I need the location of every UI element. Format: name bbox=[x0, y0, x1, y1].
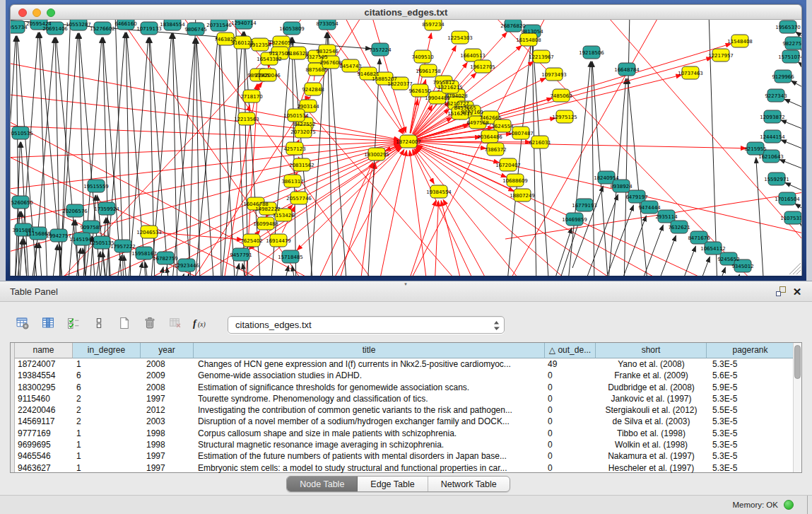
cell-short[interactable]: Jankovic et al. (1997) bbox=[596, 393, 707, 404]
cell-out_degree[interactable]: 0 bbox=[545, 462, 596, 474]
cell-title[interactable]: Structural magnetic resonance image aver… bbox=[194, 439, 545, 450]
cell-name[interactable]: 9115460 bbox=[15, 393, 73, 404]
table-selector-combobox[interactable]: citations_edges.txt bbox=[228, 316, 505, 334]
network-window-titlebar[interactable]: citations_edges.txt bbox=[10, 4, 802, 20]
cell-short[interactable]: Nakamura et al. (1997) bbox=[596, 450, 707, 462]
cell-in_degree[interactable]: 1 bbox=[73, 428, 141, 439]
cell-pagerank[interactable]: 5.6E-5 bbox=[707, 370, 794, 381]
table-row[interactable]: 946362711997Embryonic stem cells: a mode… bbox=[15, 462, 794, 474]
cell-title[interactable]: Embryonic stem cells: a model to study s… bbox=[194, 462, 545, 474]
cell-year[interactable]: 2008 bbox=[141, 358, 194, 370]
column-header-pagerank[interactable]: pagerank bbox=[707, 343, 794, 358]
cell-name[interactable]: 9463627 bbox=[15, 462, 73, 474]
table-settings-button[interactable] bbox=[13, 315, 33, 334]
cell-in_degree[interactable]: 1 bbox=[73, 450, 141, 462]
table-row[interactable]: 946554611997Estimation of the future num… bbox=[15, 450, 794, 462]
table-row[interactable]: 2242004622012Investigating the contribut… bbox=[15, 404, 794, 416]
cell-pagerank[interactable]: 5.3E-5 bbox=[707, 393, 794, 404]
cell-year[interactable]: 2008 bbox=[141, 382, 194, 393]
cell-name[interactable]: 19384554 bbox=[15, 370, 73, 381]
table-row[interactable]: 1938455462009Genome-wide association stu… bbox=[15, 370, 794, 381]
table-row[interactable]: 1456911722003Disruption of a novel membe… bbox=[15, 416, 794, 427]
tab-node-table[interactable]: Node Table bbox=[287, 477, 358, 491]
table-row[interactable]: 969969511998Structural magnetic resonanc… bbox=[15, 439, 794, 450]
function-builder-button[interactable]: f(x) bbox=[191, 315, 211, 334]
cell-year[interactable]: 1997 bbox=[141, 462, 194, 474]
cell-short[interactable]: Dudbridge et al. (2008) bbox=[596, 382, 707, 393]
cell-title[interactable]: Estimation of significance thresholds fo… bbox=[194, 382, 545, 393]
column-header-short[interactable]: short bbox=[596, 343, 707, 358]
row-height-button[interactable] bbox=[89, 315, 109, 334]
column-header-out_degree[interactable]: △ out_de... bbox=[545, 343, 596, 358]
cell-name[interactable]: 9699695 bbox=[15, 439, 73, 450]
cell-title[interactable]: Changes of HCN gene expression and I(f) … bbox=[194, 358, 545, 370]
cell-title[interactable]: Tourette syndrome. Phenomenology and cla… bbox=[194, 393, 545, 404]
cell-year[interactable]: 1998 bbox=[141, 439, 194, 450]
cell-year[interactable]: 1997 bbox=[141, 450, 194, 462]
cell-out_degree[interactable]: 0 bbox=[545, 393, 596, 404]
cell-short[interactable]: Tibbo et al. (1998) bbox=[596, 428, 707, 439]
cell-year[interactable]: 2003 bbox=[141, 416, 194, 427]
cell-in_degree[interactable]: 1 bbox=[73, 358, 141, 370]
table-vertical-scrollbar[interactable] bbox=[793, 343, 801, 472]
cell-out_degree[interactable]: 0 bbox=[545, 439, 596, 450]
cell-out_degree[interactable]: 0 bbox=[545, 416, 596, 427]
window-resize-grip-icon[interactable] bbox=[796, 270, 801, 274]
cell-pagerank[interactable]: 5.9E-5 bbox=[707, 382, 794, 393]
select-rows-button[interactable] bbox=[64, 315, 83, 334]
cell-title[interactable]: Estimation of the future numbers of pati… bbox=[194, 450, 545, 462]
tab-network-table[interactable]: Network Table bbox=[428, 477, 510, 491]
panel-drag-handle[interactable]: ▾ bbox=[401, 282, 411, 286]
tab-edge-table[interactable]: Edge Table bbox=[358, 477, 428, 491]
new-document-button[interactable] bbox=[114, 315, 134, 334]
cell-year[interactable]: 1998 bbox=[141, 428, 194, 439]
cell-pagerank[interactable]: 5.3E-5 bbox=[707, 439, 794, 450]
cell-in_degree[interactable]: 6 bbox=[73, 382, 141, 393]
cell-in_degree[interactable]: 6 bbox=[73, 370, 141, 381]
cell-short[interactable]: Yano et al. (2008) bbox=[596, 358, 707, 370]
cell-name[interactable]: 18724007 bbox=[15, 358, 73, 370]
cell-pagerank[interactable]: 5.3E-5 bbox=[707, 428, 794, 439]
cell-name[interactable]: 22420046 bbox=[15, 404, 73, 416]
cell-in_degree[interactable]: 1 bbox=[73, 439, 141, 450]
cell-title[interactable]: Genome-wide association studies in ADHD. bbox=[194, 370, 545, 381]
cell-title[interactable]: Investigating the contribution of common… bbox=[194, 404, 545, 416]
column-header-in_degree[interactable]: in_degree bbox=[73, 343, 141, 358]
cell-out_degree[interactable]: 0 bbox=[545, 370, 596, 381]
close-panel-icon[interactable]: ✕ bbox=[791, 286, 804, 298]
cell-name[interactable]: 9777169 bbox=[15, 428, 73, 439]
table-row[interactable]: 977716911998Corpus callosum shape and si… bbox=[15, 428, 794, 439]
cell-pagerank[interactable]: 5.5E-5 bbox=[707, 404, 794, 416]
cell-pagerank[interactable]: 5.3E-5 bbox=[707, 416, 794, 427]
cell-in_degree[interactable]: 2 bbox=[73, 416, 141, 427]
scrollbar-thumb[interactable] bbox=[794, 345, 801, 379]
cell-short[interactable]: de Silva et al. (2003) bbox=[596, 416, 707, 427]
cell-pagerank[interactable]: 5.3E-5 bbox=[707, 358, 794, 370]
cell-title[interactable]: Disruption of a novel member of a sodium… bbox=[194, 416, 545, 427]
cell-name[interactable]: 14569117 bbox=[15, 416, 73, 427]
cell-pagerank[interactable]: 5.3E-5 bbox=[707, 462, 794, 474]
cell-title[interactable]: Corpus callosum shape and size in male p… bbox=[194, 428, 545, 439]
cell-year[interactable]: 2009 bbox=[141, 370, 194, 381]
citation-network-graph[interactable]: 1872400718300295193845549055734205954242… bbox=[11, 20, 802, 276]
cell-short[interactable]: Hescheler et al. (1997) bbox=[596, 462, 707, 474]
column-header-title[interactable]: title bbox=[194, 343, 545, 358]
window-resize-grip-icon[interactable] bbox=[793, 267, 801, 274]
table-columns-button[interactable] bbox=[38, 315, 58, 334]
float-panel-icon[interactable] bbox=[775, 286, 788, 298]
cell-out_degree[interactable]: 0 bbox=[545, 404, 596, 416]
cell-in_degree[interactable]: 1 bbox=[73, 462, 141, 474]
cell-out_degree[interactable]: 49 bbox=[545, 358, 596, 370]
column-header-name[interactable]: name bbox=[15, 343, 73, 358]
cell-year[interactable]: 1997 bbox=[141, 393, 194, 404]
cell-out_degree[interactable]: 0 bbox=[545, 450, 596, 462]
delete-entries-button[interactable] bbox=[140, 315, 160, 334]
table-row[interactable]: 1872400712008Changes of HCN gene express… bbox=[15, 358, 794, 370]
cell-year[interactable]: 2012 bbox=[141, 404, 194, 416]
cell-name[interactable]: 18300295 bbox=[15, 382, 73, 393]
network-canvas[interactable]: 1872400718300295193845549055734205954242… bbox=[10, 20, 802, 276]
cell-pagerank[interactable]: 5.3E-5 bbox=[707, 450, 794, 462]
cell-name[interactable]: 9465546 bbox=[15, 450, 73, 462]
table-row[interactable]: 1830029562008Estimation of significance … bbox=[15, 382, 794, 393]
cell-out_degree[interactable]: 0 bbox=[545, 382, 596, 393]
